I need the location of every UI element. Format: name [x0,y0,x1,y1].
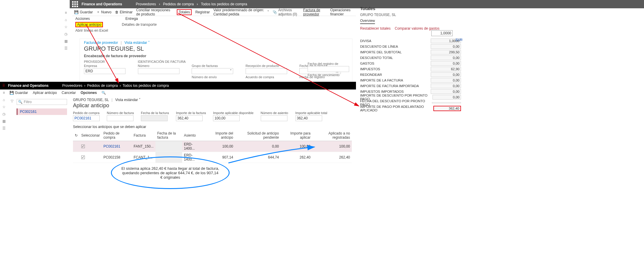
breadcrumb-1[interactable]: Proveedores [136,2,156,6]
vendor-header: PROVEEDOR [84,60,133,63]
reg-rec-input[interactable] [308,66,349,72]
cell-applied: 100,00 [312,141,352,152]
tot-input[interactable]: 362,40 [295,115,322,121]
save-button[interactable]: 💾 Guardar [74,10,93,14]
breadcrumb-1b[interactable]: Proveedores [62,84,82,88]
cell-po[interactable]: PC002161 [102,141,132,152]
cell-apply: 262,40 [281,152,312,163]
col-pending[interactable]: Solicitud de anticipo pendiente [235,130,281,141]
origin-dropdown[interactable]: Valor predeterminado de origen: Cantidad… [213,8,269,16]
trow-label: DESCUENTO DE LÍNEA [360,45,398,48]
app-title-2: Finance and Operations [8,84,49,88]
avail-input[interactable]: 100,00 [213,115,240,121]
compare-link[interactable]: Comparar valores de gastos [395,26,440,31]
table-row[interactable]: ✓ PC002161 FANT_150... ERD-1400... 100,0… [73,141,352,152]
col-select[interactable]: Seleccionar [79,130,102,141]
second-action-bar: 💾 Guardar Aplicar anticipo Cancelar Opci… [9,89,106,96]
new-button[interactable]: ＋ Nuevo [96,9,112,15]
col-po[interactable]: Pedido de compra [102,130,132,141]
breadcrumb-2[interactable]: Pedidos de compra [163,2,194,6]
tab-delivery: Entrega [125,17,138,21]
trow-value: 299,50 [431,50,461,55]
chevron-right-icon: › [120,84,121,88]
overview-tab[interactable]: Overview [360,19,375,24]
trow-label: IMPORTE DE FACTURA IMPORTADA [360,84,419,88]
star-icon[interactable]: ☆ [2,105,6,109]
waffle-icon[interactable]: ⠿ [2,84,5,88]
reconcile-button[interactable]: Conciliar recepciones de producto [136,8,173,16]
col-date[interactable]: Fecha de la factura [155,130,182,141]
sep: | [112,98,112,102]
star-icon[interactable]: ☆ [64,25,68,29]
grid-icon[interactable]: ▦ [2,119,6,123]
col-voucher[interactable]: Asiento [182,130,204,141]
save-button-2[interactable]: 💾 Guardar [9,91,28,95]
totals-subtitle: GRUPO TEGUISE, SL [360,13,461,17]
clock-icon[interactable]: ◷ [2,112,5,116]
amt-input[interactable]: 362,40 [176,115,203,121]
cell-prep: 100,00 [204,141,235,152]
left-rail-bottom: ≡ ⌂ ☆ ◷ ▦ ☰ [0,89,8,130]
group-label: Grupo de facturas [192,64,240,68]
group-select[interactable]: ˅ [192,68,233,74]
nav-item-po[interactable]: PC002161 [17,108,67,115]
recv-input[interactable] [246,68,287,74]
trow-label: IMPORTE DEL SUBTOTAL [360,50,402,54]
filter-icon[interactable]: ▽ [11,99,13,103]
trow-value: 0,00 [431,55,461,60]
avail-label: Importe aplicable disponible [213,111,253,115]
col-apply[interactable]: Importe para aplicar [281,130,312,141]
company-input[interactable]: ERD [84,68,125,74]
trow-label: REDONDEAR [360,73,382,76]
checkbox-icon[interactable]: ✓ [81,156,85,159]
refresh-icon[interactable]: ↻ [73,130,79,141]
trow-value: 0,00 [431,78,461,83]
number-input[interactable] [138,68,179,74]
col-invoice[interactable]: Factura [132,130,155,141]
card-crumb[interactable]: Factura de proveedor [84,41,118,45]
tab-actions: Acciones [75,17,90,21]
voucher-input[interactable] [261,115,287,121]
transport-details-link[interactable]: Detalles de transporte [122,23,157,27]
col-prepay[interactable]: Importe del anticipo [204,130,235,141]
options-button[interactable]: Opciones [81,91,97,95]
cancel-button[interactable]: Cancelar [62,91,76,95]
chevron-right-icon: › [197,2,198,6]
due-label: Fecha de vencimiento [308,73,349,77]
invno-input[interactable] [107,115,133,121]
vendor-invoice-link[interactable]: Factura de proveedor [303,8,327,16]
apply-prepay-2[interactable]: Aplicar anticipo [33,91,57,95]
list-icon[interactable]: ☰ [64,46,68,50]
search-icon[interactable]: 🔍 [101,91,106,95]
grid-icon[interactable]: ▦ [64,39,68,43]
breadcrumb-2b[interactable]: Pedidos de compra [87,84,118,88]
apply-prepayment-link[interactable]: Aplicar anticipo [75,22,103,27]
currency-link[interactable]: EUR [456,38,462,41]
view-selector-2[interactable]: Vista estándar ˅ [115,98,141,102]
menu-icon[interactable]: ≡ [3,91,5,95]
exchange-rate-input[interactable]: 1,0000 [431,30,453,36]
home-icon[interactable]: ⌂ [65,18,67,22]
view-selector[interactable]: Vista estándar ˅ [125,41,150,45]
list-icon[interactable]: ☰ [2,126,6,130]
cell-apply: 100,00 [281,141,312,152]
attachments-link[interactable]: 📎 Archivos adjuntos (0) [273,8,300,16]
trow-label: IMPUESTOS [360,67,380,71]
delete-button[interactable]: 🗑 Eliminar [115,10,133,14]
register-button[interactable]: Registrar [195,10,210,14]
clock-icon[interactable]: ◷ [64,32,67,36]
waffle-icon[interactable] [72,1,78,7]
col-applied[interactable]: Aplicado a no registradas [312,130,352,141]
date-input[interactable] [141,115,168,121]
breadcrumb-3b[interactable]: Todos los pedidos de compra [123,84,169,88]
open-excel-link[interactable]: Abrir líneas en Excel [72,28,356,33]
menu-icon[interactable]: ≡ [65,11,67,15]
checkbox-icon[interactable]: ✓ [81,145,85,148]
fin-ops-link[interactable]: Operaciones financier [330,8,354,16]
reset-totals-link[interactable]: Restablecer totales [360,26,391,31]
home-icon[interactable]: ⌂ [3,98,5,102]
po-input[interactable]: PC002161 [73,115,100,121]
filter-input[interactable]: 🔍 Filtro [17,99,67,105]
totals-button[interactable]: Totales [177,9,192,15]
breadcrumb-3[interactable]: Todos los pedidos de compra [201,2,247,6]
